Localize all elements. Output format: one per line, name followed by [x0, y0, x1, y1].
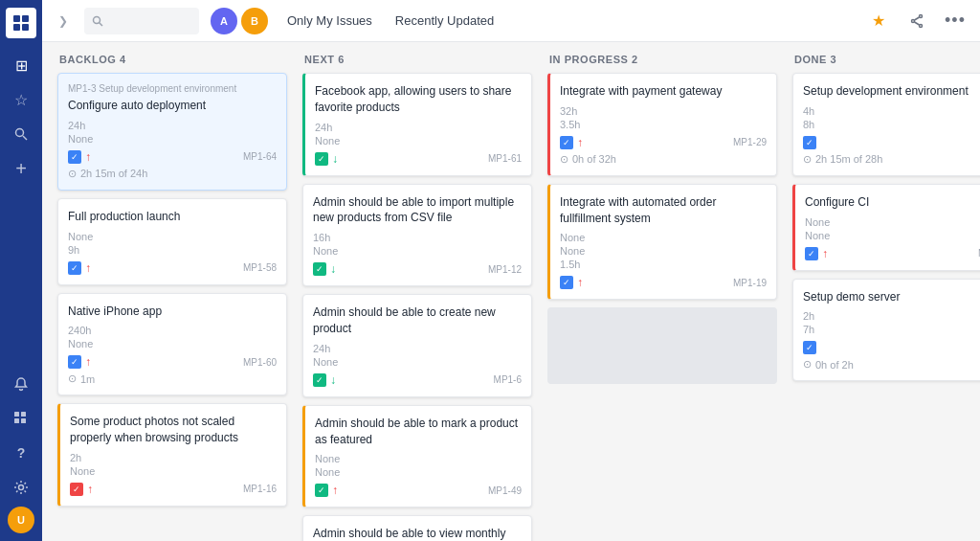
header-avatars: A B	[211, 8, 268, 34]
card-meta1: None	[560, 232, 767, 243]
svg-rect-3	[22, 24, 29, 31]
checkbox-icon: ✓	[803, 341, 816, 354]
card-meta2: None	[805, 230, 980, 241]
card-footer: ✓ ↓ MP1-12	[313, 262, 522, 276]
card-time: ⊙ 2h 15m of 24h	[68, 168, 277, 180]
card-icons: ✓ ↑	[560, 276, 583, 289]
star-button[interactable]: ★	[865, 8, 892, 34]
card-title: Facebook app, allowing users to share fa…	[315, 83, 522, 116]
sidebar-item-search[interactable]	[6, 119, 36, 149]
column-backlog-cards: MP1-3 Setup development environment Conf…	[57, 73, 287, 507]
arrow-up-icon: ↑	[822, 247, 828, 260]
card-meta2: 9h	[68, 244, 277, 256]
card-title: Configure CI	[805, 194, 980, 211]
clock-icon: ⊙	[803, 153, 812, 166]
card-mp1-62[interactable]: Configure CI None None ✓ ↑ MP1-62	[792, 184, 980, 271]
card-title: Full production launch	[68, 209, 277, 225]
card-id: MP1-61	[488, 153, 522, 164]
collapse-button[interactable]: ❯	[54, 11, 73, 31]
sidebar-item-help[interactable]: ?	[6, 438, 36, 468]
arrow-up-icon: ↑	[85, 261, 91, 275]
card-meta2: None	[315, 135, 522, 147]
clock-icon: ⊙	[68, 372, 77, 385]
arrow-down-icon: ↓	[330, 262, 336, 276]
card-meta1: None	[805, 216, 980, 228]
card-mp1-29[interactable]: Integrate with payment gateway 32h 3.5h …	[547, 73, 777, 176]
card-id: MP1-19	[733, 278, 767, 288]
card-title: Integrate with payment gateway	[560, 83, 767, 100]
column-next-header: NEXT 6	[302, 54, 532, 65]
clock-icon: ⊙	[68, 168, 77, 180]
avatar-user2[interactable]: B	[241, 8, 268, 34]
in-progress-placeholder	[547, 307, 777, 384]
arrow-down-icon: ↓	[332, 152, 338, 166]
card-meta1: 24h	[315, 122, 522, 133]
card-icons: ✓ ↓	[313, 262, 336, 276]
card-id: MP1-58	[243, 262, 277, 273]
card-mp1-61[interactable]: Facebook app, allowing users to share fa…	[302, 73, 532, 176]
card-monthly-report[interactable]: Admin should be able to view monthly sal…	[302, 515, 532, 541]
svg-rect-1	[22, 15, 29, 22]
sidebar-item-settings[interactable]	[6, 472, 36, 503]
card-mp1-58[interactable]: Full production launch None 9h ✓ ↑ MP1-5…	[57, 198, 287, 285]
app-logo[interactable]	[6, 8, 36, 38]
column-done-header: DONE 3	[792, 54, 980, 65]
svg-point-10	[19, 485, 24, 490]
card-title: Setup demo server	[803, 289, 980, 305]
column-in-progress-cards: Integrate with payment gateway 32h 3.5h …	[547, 73, 777, 384]
card-icons: ✓	[803, 136, 816, 149]
share-button[interactable]	[903, 8, 930, 34]
card-meta1: 4h	[803, 105, 980, 117]
card-title: Integrate with automated order fullfillm…	[560, 194, 767, 227]
sidebar-item-apps[interactable]	[6, 403, 36, 434]
header-right: ★ •••	[865, 8, 969, 34]
card-mp1-19[interactable]: Integrate with automated order fullfillm…	[547, 184, 777, 301]
card-mp1-16[interactable]: Some product photos not scaled properly …	[57, 403, 287, 507]
sidebar-item-notifications[interactable]	[6, 369, 36, 399]
board: BACKLOG 4 MP1-3 Setup development enviro…	[42, 42, 980, 541]
card-title: Configure auto deployment	[68, 98, 277, 114]
filter-recently-updated[interactable]: Recently Updated	[391, 11, 498, 30]
card-time: ⊙ 2h 15m of 28h	[803, 153, 980, 166]
column-done: DONE 3 Setup development environment 4h …	[792, 54, 980, 530]
card-meta2: None	[313, 356, 522, 368]
filter-only-my-issues[interactable]: Only My Issues	[283, 11, 376, 30]
card-meta2: None	[560, 245, 767, 257]
card-mp1-60[interactable]: Native iPhone app 240h None ✓ ↑ MP1-60 ⊙…	[57, 293, 287, 396]
card-footer: ✓ ↑ MP1-64	[68, 150, 277, 164]
clock-icon: ⊙	[803, 358, 812, 371]
checkbox-icon: ✓	[68, 150, 81, 164]
card-footer: ✓ ↑ MP1-49	[315, 484, 522, 497]
card-id: MP1-60	[243, 357, 277, 368]
svg-point-4	[16, 129, 24, 137]
card-mp1-64[interactable]: MP1-3 Setup development environment Conf…	[57, 73, 287, 191]
card-footer: ✓ ↑ MP1-60	[68, 355, 277, 369]
avatar-user1[interactable]: A	[211, 8, 237, 34]
card-mp1-3-done[interactable]: Setup development environment 4h 8h ✓ MP…	[792, 73, 980, 176]
arrow-up-icon: ↑	[87, 483, 93, 496]
card-icons: ✓ ↑	[560, 136, 583, 149]
sidebar-item-add[interactable]: +	[6, 153, 36, 184]
user-avatar[interactable]: U	[8, 507, 34, 533]
card-meta1: 24h	[313, 343, 522, 354]
sidebar-item-favorites[interactable]: ☆	[6, 84, 36, 115]
card-mp1-12[interactable]: Admin should be able to import multiple …	[302, 184, 532, 287]
search-bar[interactable]	[84, 8, 199, 34]
card-meta2: 7h	[803, 324, 980, 335]
card-id: MP1-16	[243, 484, 277, 494]
card-title: Admin should be able to create new produ…	[313, 304, 522, 337]
more-button[interactable]: •••	[942, 8, 969, 34]
card-meta2: None	[313, 245, 522, 257]
card-time: ⊙ 1m	[68, 372, 277, 385]
card-title: Admin should be able to view monthly sal…	[313, 526, 522, 541]
card-mp1-4[interactable]: Setup demo server 2h 7h ✓ MP1-4 ⊙ 0h of …	[792, 279, 980, 382]
card-mp1-49[interactable]: Admin should be able to mark a product a…	[302, 405, 532, 508]
card-id: MP1-49	[488, 485, 522, 496]
card-mp1-6[interactable]: Admin should be able to create new produ…	[302, 294, 532, 397]
card-title: Native iPhone app	[68, 304, 277, 320]
card-meta3: 1.5h	[560, 259, 767, 270]
sidebar-item-home[interactable]: ⊞	[6, 50, 36, 80]
card-meta1: 32h	[560, 105, 767, 117]
card-meta1: None	[68, 231, 277, 242]
card-time: ⊙ 0h of 32h	[560, 153, 767, 166]
